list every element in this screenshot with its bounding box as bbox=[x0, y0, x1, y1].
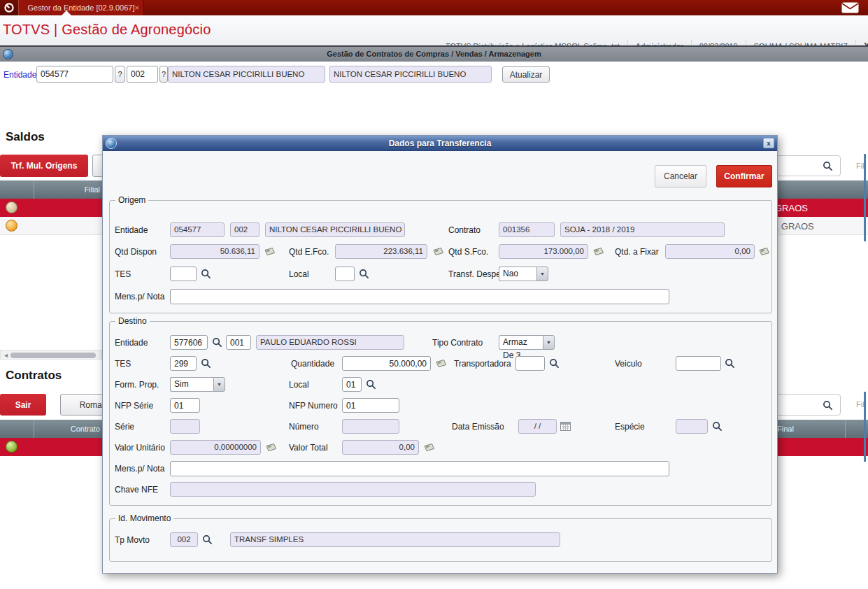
contratos-filter-label: Fil bbox=[856, 400, 865, 409]
entity-store-lookup-button[interactable]: ? bbox=[159, 66, 168, 83]
lookup-icon[interactable] bbox=[725, 358, 735, 369]
scroll-left-arrow-icon[interactable]: ◄ bbox=[3, 350, 9, 360]
origem-mens-label: Mens.p/ Nota bbox=[115, 292, 164, 301]
confirm-button[interactable]: Confirmar bbox=[716, 165, 772, 187]
tipo-contrato-combo[interactable]: Armaz De 3 ▼ bbox=[499, 335, 555, 350]
origem-legend: Origem bbox=[115, 195, 148, 205]
cancel-button[interactable]: Cancelar bbox=[655, 165, 706, 187]
qtd-fixar-field: 0,00 bbox=[665, 244, 755, 259]
transportadora-label: Transportadora bbox=[454, 359, 511, 369]
app-title: TOTVS | Gestão de Agronegócio bbox=[3, 22, 211, 38]
form-prop-label: Form. Prop. bbox=[115, 380, 159, 390]
lookup-icon[interactable] bbox=[212, 337, 222, 348]
routine-title: Gestão de Contratos de Compras / Vendas … bbox=[0, 47, 868, 62]
qtd-fixar-label: Qtd. a Fixar bbox=[615, 247, 659, 257]
entity-name-confirm-field: NILTON CESAR PICCIRILLI BUENO bbox=[329, 66, 492, 83]
entity-name-field: NILTON CESAR PICCIRILLI BUENO bbox=[168, 66, 325, 83]
origem-tes-input[interactable] bbox=[170, 267, 197, 281]
origem-contrato-desc: SOJA - 2018 / 2019 bbox=[560, 222, 725, 237]
scrollbar-thumb[interactable] bbox=[10, 353, 96, 358]
dialog-close-icon[interactable]: x bbox=[763, 138, 774, 148]
qtd-dispon-label: Qtd Dispon bbox=[115, 247, 157, 257]
quantidade-input[interactable] bbox=[342, 356, 431, 371]
mail-icon[interactable] bbox=[841, 2, 859, 13]
entity-label: Entidade bbox=[3, 70, 36, 80]
origem-local-input[interactable] bbox=[335, 267, 355, 281]
routine-toolbar: Gestão de Contratos de Compras / Vendas … bbox=[0, 47, 868, 62]
sair-button[interactable]: Sair bbox=[0, 394, 46, 416]
column-divider bbox=[845, 420, 846, 438]
entity-code-input[interactable] bbox=[36, 66, 113, 83]
lookup-icon[interactable] bbox=[359, 269, 369, 279]
calculator-icon[interactable] bbox=[592, 247, 604, 256]
destino-mens-input[interactable] bbox=[170, 461, 669, 476]
calculator-icon[interactable] bbox=[757, 247, 770, 256]
qtd-dispon-field: 50.636,11 bbox=[170, 244, 259, 259]
entity-store-input[interactable] bbox=[127, 66, 158, 83]
tipo-contrato-value[interactable]: Armaz De 3 bbox=[499, 335, 543, 350]
tab-close-icon[interactable]: × bbox=[135, 0, 139, 15]
destino-tes-input[interactable] bbox=[170, 356, 197, 371]
lookup-icon[interactable] bbox=[712, 421, 723, 432]
search-icon bbox=[823, 161, 833, 171]
serie-label: Série bbox=[115, 422, 134, 432]
destino-local-input[interactable] bbox=[342, 377, 362, 392]
lookup-icon[interactable] bbox=[201, 358, 211, 369]
chave-nfe-label: Chave NFE bbox=[115, 485, 158, 495]
horizontal-scrollbar[interactable]: ◄ bbox=[0, 350, 102, 360]
lookup-icon[interactable] bbox=[201, 269, 211, 279]
destino-entidade-label: Entidade bbox=[115, 338, 148, 348]
panel-right-border bbox=[864, 154, 866, 241]
data-emissao-label: Data Emissão bbox=[452, 422, 504, 432]
application-window: Gestor da Entidade [02.9.0067] × TOTVS |… bbox=[0, 0, 868, 589]
transf-despesa-value[interactable]: Nao bbox=[499, 267, 536, 281]
nfp-serie-input[interactable] bbox=[170, 398, 200, 413]
destino-store-input[interactable] bbox=[226, 335, 251, 350]
destino-tes-label: TES bbox=[115, 359, 131, 369]
top-bar: Gestor da Entidade [02.9.0067] × bbox=[0, 0, 868, 15]
module-name: Gestão de Agronegócio bbox=[62, 22, 211, 37]
refresh-button[interactable]: Atualizar bbox=[502, 66, 550, 83]
lookup-icon[interactable] bbox=[366, 379, 376, 390]
calculator-icon[interactable] bbox=[432, 247, 444, 256]
contratos-title: Contratos bbox=[6, 369, 62, 383]
serie-field bbox=[170, 419, 200, 434]
form-prop-combo[interactable]: Sim ▼ bbox=[170, 377, 225, 392]
calculator-icon[interactable] bbox=[264, 443, 277, 452]
entity-code-lookup-button[interactable]: ? bbox=[115, 66, 125, 83]
veiculo-input[interactable] bbox=[676, 356, 721, 371]
final-column-header[interactable]: .Final bbox=[775, 425, 794, 433]
destino-group: Destino bbox=[109, 321, 772, 506]
chevron-down-icon[interactable]: ▼ bbox=[213, 377, 225, 392]
calculator-icon[interactable] bbox=[422, 443, 435, 452]
contrato-column-header[interactable]: Contrato bbox=[34, 425, 100, 433]
transportadora-input[interactable] bbox=[515, 356, 545, 371]
nfp-numero-input[interactable] bbox=[342, 398, 399, 413]
veiculo-label: Veiculo bbox=[615, 359, 642, 369]
calculator-icon[interactable] bbox=[434, 359, 447, 368]
transf-despesa-combo[interactable]: Nao ▼ bbox=[499, 267, 548, 281]
panel-right-border bbox=[864, 392, 866, 462]
destino-entidade-input[interactable] bbox=[170, 335, 208, 350]
window-tab[interactable]: Gestor da Entidade [02.9.0067] × bbox=[18, 0, 144, 15]
chevron-down-icon[interactable]: ▼ bbox=[536, 267, 548, 281]
origem-mens-input[interactable] bbox=[170, 289, 669, 304]
form-prop-value[interactable]: Sim bbox=[170, 377, 213, 392]
origem-entidade-name: NILTON CESAR PICCIRILLI BUENO bbox=[265, 222, 405, 237]
title-separator: | bbox=[54, 22, 57, 37]
origem-entidade-label: Entidade bbox=[115, 225, 148, 235]
calendar-icon[interactable] bbox=[560, 421, 571, 431]
sair-label: Sair bbox=[15, 400, 31, 410]
trf-mul-origens-button[interactable]: Trf. Mul. Origens bbox=[0, 155, 88, 177]
calculator-icon[interactable] bbox=[263, 247, 276, 256]
status-dot-icon bbox=[6, 201, 17, 213]
especie-label: Espécie bbox=[615, 422, 645, 432]
lookup-icon[interactable] bbox=[202, 534, 213, 545]
valor-total-field: 0,00 bbox=[342, 440, 419, 455]
qtd-sfco-label: Qtd S.Fco. bbox=[448, 247, 488, 257]
filial-column-header[interactable]: Filial bbox=[34, 185, 100, 194]
tipo-contrato-label: Tipo Contrato bbox=[432, 338, 483, 348]
chevron-down-icon[interactable]: ▼ bbox=[543, 335, 555, 350]
lookup-icon[interactable] bbox=[549, 358, 560, 369]
data-emissao-field[interactable]: / / bbox=[518, 419, 557, 434]
